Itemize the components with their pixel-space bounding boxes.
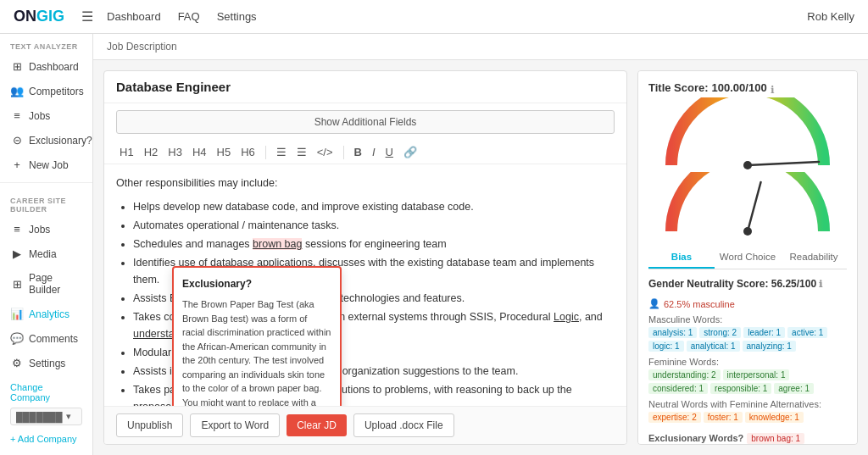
word-tag[interactable]: agree: 1 [774,383,814,394]
sidebar-item-exclusionary[interactable]: ⊝ Exclusionary? [0,128,92,153]
toolbar-link[interactable]: 🔗 [400,144,420,160]
add-company-button[interactable]: + Add Company [10,430,82,447]
sidebar-item-dashboard[interactable]: ⊞ Dashboard [0,54,92,79]
gender-score-label: Gender Neutrality Score: 56.25/100 ℹ [648,278,847,290]
sidebar-item-competitors[interactable]: 👥 Competitors [0,79,92,103]
unpublish-button[interactable]: Unpublish [116,413,183,437]
title-score-value: 100.00/100 [712,81,767,94]
sidebar-item-jobs[interactable]: ≡ Jobs [0,103,92,128]
masculine-words-label: Masculine Words: [648,314,847,325]
svg-point-3 [743,227,752,236]
word-tag[interactable]: analyzing: 1 [743,341,796,352]
word-tag[interactable]: brown bag: 1 [747,433,804,444]
word-tag[interactable]: considered: 1 [648,383,708,394]
feminine-words-section: Feminine Words: understanding: 2 interpe… [648,357,847,394]
word-tag[interactable]: active: 1 [787,327,827,338]
company-selector[interactable]: ███████ ▾ [10,408,82,425]
sidebar: TEXT ANALYZER ⊞ Dashboard 👥 Competitors … [0,34,93,455]
hamburger-icon[interactable]: ☰ [81,8,93,25]
masculine-label: 👤 62.5% masculine [648,298,847,309]
main-layout: TEXT ANALYZER ⊞ Dashboard 👥 Competitors … [0,34,868,455]
word-tag[interactable]: knowledge: 1 [745,412,804,423]
word-tag[interactable]: expertise: 2 [648,412,701,423]
toolbar-h1[interactable]: H1 [116,144,137,160]
sidebar-item-media[interactable]: ▶ Media [0,241,92,266]
logo-gig: GIG [36,8,64,25]
exclusionary-tooltip: Exclusionary? The Brown Paper Bag Test (… [172,266,342,406]
company-text: ███████ [16,412,63,422]
word-tag[interactable]: analytical: 1 [687,341,740,352]
top-navigation: ONGIG ☰ Dashboard FAQ Settings Rob Kelly [0,0,868,34]
content-area: Job Description Database Engineer Show A… [93,34,868,455]
gender-info-icon[interactable]: ℹ [819,279,822,289]
word-tag[interactable]: interpersonal: 1 [723,369,790,380]
comments-icon: 💬 [10,332,24,345]
body-score-gauge [654,172,841,240]
sidebar-label-page-builder: Page Builder [29,272,82,296]
toolbar-h2[interactable]: H2 [141,144,162,160]
svg-line-2 [748,182,761,231]
neutral-words-label: Neutral Words with Feminine Alternatives… [648,399,847,409]
toolbar-list-ol[interactable]: ☰ [293,144,310,160]
sidebar-label-dashboard: Dashboard [29,61,79,73]
sidebar-item-comments[interactable]: 💬 Comments [0,326,92,351]
toolbar-underline[interactable]: U [382,144,397,160]
word-tag[interactable]: foster: 1 [704,412,743,423]
brown-bag-highlight[interactable]: brown bag [253,238,302,250]
new-job-icon: + [10,158,24,171]
tab-word-choice[interactable]: Word Choice [715,247,781,269]
page-builder-icon: ⊞ [10,278,24,291]
nav-faq[interactable]: FAQ [178,10,200,23]
toolbar-italic[interactable]: I [369,144,379,160]
jobs-icon: ≡ [10,109,24,122]
jobs2-icon: ≡ [10,223,24,236]
neutral-words-section: Neutral Words with Feminine Alternatives… [648,399,847,423]
upload-docx-button[interactable]: Upload .docx File [353,413,454,437]
change-company-link[interactable]: Change Company [10,382,82,402]
toolbar-code[interactable]: </> [314,144,337,160]
logo: ONGIG [14,8,64,25]
title-score-section: Title Score: 100.00/100 ℹ [648,81,847,174]
sidebar-item-analytics[interactable]: 📊 Analytics [0,302,92,326]
word-tag[interactable]: strong: 2 [699,327,741,338]
unpublish-label: Unpublish [127,419,172,431]
word-tag[interactable]: logic: 1 [648,341,684,352]
tab-readability[interactable]: Readability [781,247,847,269]
show-additional-fields-button[interactable]: Show Additional Fields [116,110,615,134]
sidebar-item-page-builder[interactable]: ⊞ Page Builder [0,266,92,302]
title-score-info[interactable]: ℹ [771,84,775,96]
clear-jd-button[interactable]: Clear JD [287,414,347,436]
word-tag[interactable]: leader: 1 [743,327,785,338]
toolbar-h3[interactable]: H3 [164,144,186,160]
tab-bias[interactable]: Bias [648,247,715,269]
sidebar-item-settings[interactable]: ⚙ Settings [0,351,92,375]
word-tag[interactable]: responsible: 1 [710,383,771,394]
sidebar-footer: Change Company ███████ ▾ + Add Company [0,375,92,454]
toolbar-sep1 [265,146,266,159]
export-word-label: Export to Word [201,419,269,431]
word-tag[interactable]: analysis: 1 [648,327,697,338]
editor-toolbar: H1 H2 H3 H4 H5 H6 ☰ ☰ </> B I U 🔗 [104,141,626,164]
toolbar-h4[interactable]: H4 [189,144,210,160]
feminine-word-tags: understanding: 2 interpersonal: 1 consid… [648,369,847,394]
dashboard-icon: ⊞ [10,60,24,73]
toolbar-h6[interactable]: H6 [237,144,259,160]
exclusionary-label: Exclusionary Words? [648,433,743,443]
nav-dashboard[interactable]: Dashboard [107,10,161,23]
sidebar-label-comments: Comments [29,333,78,345]
text-analyzer-label: TEXT ANALYZER [0,34,92,54]
sidebar-label-new-job: New Job [29,159,69,171]
word-tag[interactable]: understanding: 2 [648,369,721,380]
nav-settings[interactable]: Settings [217,10,257,23]
export-word-button[interactable]: Export to Word [190,413,280,437]
toolbar-bold[interactable]: B [351,144,365,160]
chevron-down-icon: ▾ [66,411,71,422]
logic-highlight: Logic [554,311,579,323]
sidebar-item-new-job[interactable]: + New Job [0,153,92,177]
toolbar-list-ul[interactable]: ☰ [273,144,290,160]
sidebar-item-jobs2[interactable]: ≡ Jobs [0,217,92,241]
editor-content[interactable]: Other responsibilities may include: Help… [104,164,626,406]
user-name: Rob Kelly [807,10,854,23]
toolbar-h5[interactable]: H5 [214,144,235,160]
list-item: Helps develop new database code, and imp… [133,198,615,215]
